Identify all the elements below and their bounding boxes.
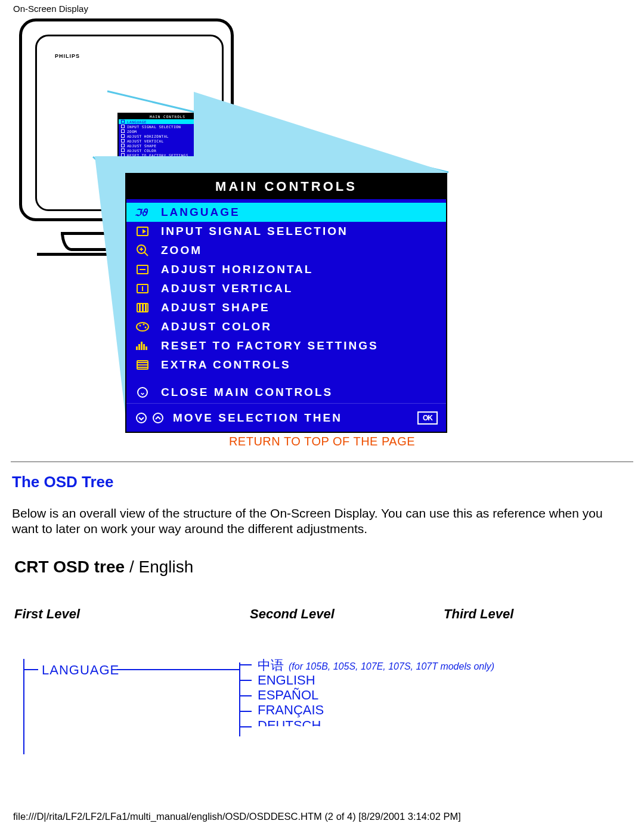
mini-osd: MAIN CONTROLS LANGUAGE INPUT SIGNAL SELE… — [117, 113, 218, 178]
osd-item-extra-controls[interactable]: Extra Controls — [126, 355, 446, 374]
return-link-text[interactable]: RETURN TO TOP OF THE PAGE — [229, 435, 415, 448]
tree-level1-language: LANGUAGE — [42, 662, 119, 678]
osd-item-zoom[interactable]: Zoom — [126, 241, 446, 260]
osd-item-label: Reset to Factory Settings — [161, 339, 379, 352]
tree-l2-item: FRANÇAIS — [258, 702, 494, 717]
osd-item-label: Adjust Shape — [161, 301, 270, 314]
osd-item-reset[interactable]: Reset to Factory Settings — [126, 336, 446, 355]
osd-main-controls: Main Controls ℑϑ Language Input Signal S… — [125, 173, 447, 433]
tree-l2-item: ESPAÑOL — [258, 688, 494, 702]
close-icon: ⌄ — [134, 386, 151, 399]
svg-point-14 — [153, 413, 163, 423]
svg-point-13 — [137, 413, 146, 423]
color-icon — [134, 320, 151, 333]
return-to-top-link[interactable]: RETURN TO TOP OF THE PAGE — [0, 435, 644, 448]
extra-icon — [134, 358, 151, 371]
osd-item-label: Adjust Vertical — [161, 282, 293, 295]
osd-item-label: Adjust Color — [161, 320, 272, 333]
osd-footer: Move Selection Then OK — [126, 403, 446, 432]
section-heading: The OSD Tree — [12, 473, 644, 491]
osd-item-label: Adjust Horizontal — [161, 263, 313, 276]
osd-item-input-signal[interactable]: Input Signal Selection — [126, 222, 446, 241]
language-icon: ℑϑ — [134, 206, 151, 219]
svg-point-10 — [140, 325, 141, 327]
osd-item-adjust-color[interactable]: Adjust Color — [126, 317, 446, 336]
tree-l2-item: DEUTSCH — [258, 718, 494, 726]
tree-level2-list: 中语(for 105B, 105S, 107E, 107S, 107T mode… — [258, 658, 494, 726]
osd-tree-diagram: CRT OSD tree / English First Level Secon… — [14, 558, 644, 736]
svg-line-6 — [144, 252, 148, 256]
zoom-icon — [134, 244, 151, 257]
ok-button-icon: OK — [417, 411, 438, 425]
page-header: On-Screen Display — [0, 0, 644, 14]
input-icon — [134, 225, 151, 238]
body-paragraph: Below is an overall view of the structur… — [12, 506, 632, 537]
col-second-level: Second Level — [250, 606, 444, 622]
reset-icon — [134, 339, 151, 352]
arrow-down-icon — [135, 413, 148, 423]
osd-item-label: Extra Controls — [161, 358, 291, 371]
osd-item-adjust-vertical[interactable]: Adjust Vertical — [126, 279, 446, 298]
footer-file-path: file:///D|/rita/LF2/LF2/LFa1/multi_manua… — [13, 811, 461, 822]
osd-illustration: PHILIPS MAIN CONTROLS LANGUAGE INPUT SIG… — [13, 14, 633, 431]
svg-point-9 — [137, 323, 148, 331]
tree-title: CRT OSD tree / English — [14, 558, 644, 577]
osd-footer-text: Move Selection Then — [173, 411, 342, 425]
osd-item-label: Zoom — [161, 244, 202, 257]
col-first-level: First Level — [14, 606, 250, 622]
svg-point-11 — [143, 324, 145, 326]
osd-item-adjust-shape[interactable]: Adjust Shape — [126, 298, 446, 317]
osd-item-label: Close Main Controls — [161, 386, 333, 399]
tree-l2-item: ENGLISH — [258, 673, 494, 688]
osd-item-label: Input Signal Selection — [161, 225, 348, 238]
osd-item-adjust-horizontal[interactable]: Adjust Horizontal — [126, 260, 446, 279]
mini-osd-title: MAIN CONTROLS — [119, 114, 216, 119]
svg-point-12 — [145, 327, 147, 329]
tree-l2-item: 中语(for 105B, 105S, 107E, 107S, 107T mode… — [258, 658, 494, 673]
osd-item-label: Language — [161, 206, 240, 219]
divider — [11, 462, 633, 462]
osd-item-language[interactable]: ℑϑ Language — [126, 203, 446, 222]
svg-text:ℑϑ: ℑϑ — [135, 208, 148, 218]
osd-title: Main Controls — [126, 174, 446, 199]
vert-icon — [134, 282, 151, 295]
osd-item-close[interactable]: ⌄ Close Main Controls — [126, 383, 446, 402]
horiz-icon — [134, 263, 151, 276]
crt-brand: PHILIPS — [55, 53, 80, 59]
shape-icon — [134, 301, 151, 314]
arrow-up-icon — [151, 413, 165, 423]
col-third-level: Third Level — [444, 606, 644, 622]
